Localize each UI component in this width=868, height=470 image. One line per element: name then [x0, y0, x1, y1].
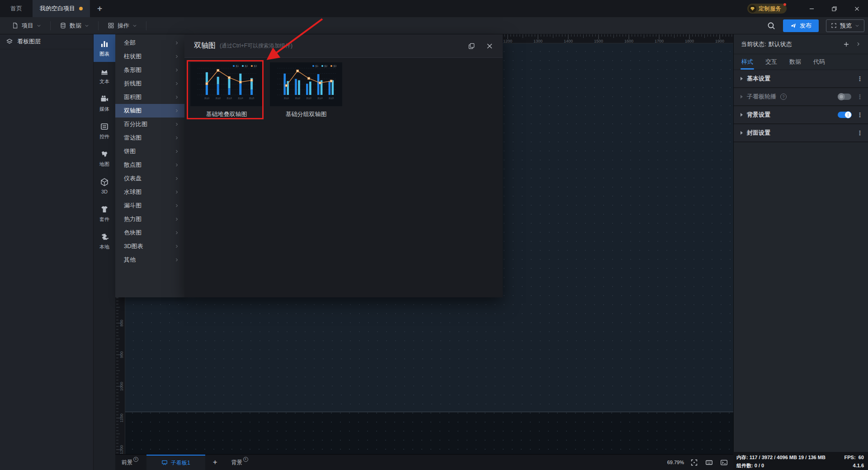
right-panel-tabs: 样式交互数据代码 — [734, 54, 868, 70]
menubar: 项目数据操作 发布 预览 — [0, 17, 868, 34]
component-thumbnail: 类别1类别2类别3类别4类别5系1系2系3 — [270, 62, 342, 106]
current-state-value: 默认状态 — [769, 40, 792, 48]
sidebar-item-local[interactable]: 本地 — [94, 227, 115, 255]
menu-data[interactable]: 数据 — [51, 21, 99, 30]
mini-chart-grouped: 类别1类别2类别3类别4类别5系1系2系3 — [270, 62, 342, 106]
category-柱状图[interactable]: 柱状图 — [115, 50, 184, 63]
add-subboard-button[interactable]: + — [205, 458, 225, 467]
tab-代码[interactable]: 代码 — [813, 54, 825, 70]
add-foreground-icon[interactable]: + — [133, 457, 138, 462]
category-雷达图[interactable]: 雷达图 — [115, 131, 184, 145]
tab-project[interactable]: 我的空白项目 — [33, 0, 90, 17]
kebab-menu-icon[interactable]: ⋮ — [857, 131, 861, 135]
subboard-tab[interactable]: 子看板1 — [146, 455, 205, 470]
svg-text:系1: 系1 — [315, 65, 319, 68]
close-button[interactable] — [845, 0, 868, 17]
custom-service-badge[interactable]: 定制服务 — [747, 4, 787, 14]
category-全部[interactable]: 全部 — [115, 36, 184, 50]
category-面积图[interactable]: 面积图 — [115, 90, 184, 104]
category-其他[interactable]: 其他 — [115, 253, 184, 267]
expand-arrow-icon[interactable] — [741, 95, 743, 99]
console-icon[interactable] — [719, 459, 729, 466]
help-icon[interactable]: ? — [780, 94, 787, 100]
svg-text:系1: 系1 — [236, 65, 239, 68]
toggle-off[interactable] — [838, 94, 851, 100]
chevron-right-icon — [175, 136, 179, 140]
tab-样式[interactable]: 样式 — [741, 54, 753, 70]
category-条形图[interactable]: 条形图 — [115, 63, 184, 77]
restore-button[interactable] — [823, 0, 845, 17]
state-actions — [843, 41, 861, 47]
category-饼图[interactable]: 饼图 — [115, 145, 184, 158]
toggle-on[interactable] — [838, 112, 851, 118]
add-background-icon[interactable]: + — [243, 457, 248, 462]
threed-icon — [100, 178, 109, 187]
svg-text:类别2: 类别2 — [295, 97, 300, 100]
background-button[interactable]: 背景 + — [225, 459, 252, 466]
chevron-right-icon[interactable] — [856, 42, 861, 47]
chevron-right-icon — [175, 176, 179, 181]
category-label: 条形图 — [124, 66, 142, 74]
category-漏斗图[interactable]: 漏斗图 — [115, 199, 184, 212]
chevron-right-icon — [175, 68, 179, 72]
sidebar-item-text[interactable]: 文本 — [94, 62, 115, 89]
expand-arrow-icon[interactable] — [741, 131, 743, 135]
menu-action[interactable]: 操作 — [99, 21, 146, 30]
dialog-title: 双轴图 — [194, 41, 216, 51]
section-基本设置[interactable]: 基本设置⋮ — [734, 70, 868, 88]
sidebar-item-chart[interactable]: 图表 — [94, 34, 115, 62]
kebab-menu-icon[interactable]: ⋮ — [857, 113, 861, 117]
category-散点图[interactable]: 散点图 — [115, 158, 184, 172]
fit-screen-icon[interactable] — [689, 459, 699, 466]
sidebar-item-map[interactable]: 地图 — [94, 145, 115, 172]
section-子看板轮播[interactable]: 子看板轮播?⋮ — [734, 88, 868, 106]
svg-text:1300: 1300 — [533, 39, 542, 43]
component-card-1[interactable]: 类别1类别2类别3类别4类别5系1系2系3基础堆叠双轴图 — [190, 62, 263, 118]
new-tab-button[interactable]: + — [97, 4, 102, 14]
detach-window-icon[interactable] — [468, 42, 475, 50]
add-state-icon[interactable] — [843, 41, 849, 47]
layers-icon — [6, 38, 13, 45]
sidebar-item-widget[interactable]: 控件 — [94, 117, 115, 145]
category-双轴图[interactable]: 双轴图 — [115, 104, 184, 118]
preview-button[interactable]: 预览 — [826, 19, 864, 32]
sidebar-item-threed[interactable]: 3D — [94, 172, 115, 200]
chevron-right-icon — [175, 163, 179, 167]
sidebar-item-label: 控件 — [99, 133, 109, 140]
category-折线图[interactable]: 折线图 — [115, 77, 184, 90]
tab-交互[interactable]: 交互 — [765, 54, 777, 70]
category-3D图表[interactable]: 3D图表 — [115, 240, 184, 253]
expand-arrow-icon[interactable] — [741, 77, 743, 80]
kebab-menu-icon[interactable]: ⋮ — [857, 76, 861, 81]
chevron-down-icon — [132, 24, 137, 28]
menu-project[interactable]: 项目 — [3, 21, 51, 30]
section-actions: ⋮ — [857, 131, 861, 135]
subboard-tab-label: 子看板1 — [171, 459, 190, 467]
widget-icon — [100, 122, 109, 131]
search-icon[interactable] — [767, 21, 776, 30]
svg-text:1100: 1100 — [119, 414, 124, 422]
category-热力图[interactable]: 热力图 — [115, 212, 184, 226]
tab-home[interactable]: 首页 — [0, 5, 33, 13]
category-色块图[interactable]: 色块图 — [115, 226, 184, 240]
svg-text:1400: 1400 — [564, 39, 573, 43]
section-背景设置[interactable]: 背景设置⋮ — [734, 106, 868, 124]
dialog-close-icon[interactable] — [486, 42, 493, 50]
category-仪表盘[interactable]: 仪表盘 — [115, 172, 184, 185]
foreground-button[interactable]: 前景 + — [115, 459, 142, 466]
sidebar-item-suite[interactable]: 套件 — [94, 200, 115, 227]
category-label: 雷达图 — [124, 134, 142, 142]
tab-数据[interactable]: 数据 — [789, 54, 801, 70]
category-水球图[interactable]: 水球图 — [115, 185, 184, 199]
section-封面设置[interactable]: 封面设置⋮ — [734, 124, 868, 142]
keyboard-shortcuts-icon[interactable] — [704, 459, 714, 466]
kebab-menu-icon[interactable]: ⋮ — [857, 94, 861, 99]
expand-arrow-icon[interactable] — [741, 113, 743, 117]
category-百分比图[interactable]: 百分比图 — [115, 118, 184, 131]
minimize-button[interactable] — [800, 0, 823, 17]
action-icon — [108, 22, 114, 29]
component-card-label: 基础分组双轴图 — [270, 110, 342, 118]
sidebar-item-media[interactable]: 媒体 — [94, 89, 115, 117]
component-card-2[interactable]: 类别1类别2类别3类别4类别5系1系2系3基础分组双轴图 — [270, 62, 342, 118]
publish-button[interactable]: 发布 — [783, 19, 819, 32]
